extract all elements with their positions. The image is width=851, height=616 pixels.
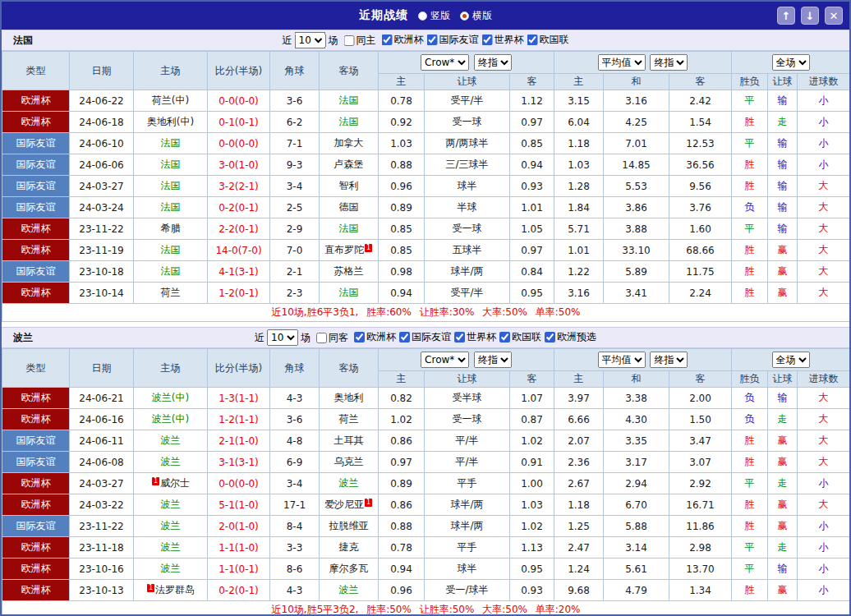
- result-outcome: 胜: [732, 283, 768, 304]
- competition-type: 欧洲杯: [2, 537, 70, 559]
- filter-checkbox[interactable]: [499, 332, 510, 342]
- move-down-button[interactable]: ↓: [801, 7, 819, 25]
- match-date: 23-11-19: [70, 240, 134, 261]
- team-label: 波兰(中): [152, 392, 189, 403]
- result-goals: 大: [798, 388, 850, 409]
- odds-home: 0.85: [379, 240, 425, 261]
- filter-checkbox[interactable]: [382, 34, 393, 45]
- result-goals: 大: [798, 176, 850, 197]
- radio-icon[interactable]: [418, 11, 427, 21]
- corners: 6-2: [270, 112, 320, 133]
- close-button[interactable]: ✕: [825, 7, 843, 25]
- result-handicap: 走: [768, 537, 798, 559]
- same-venue-input[interactable]: [316, 333, 327, 343]
- scope-select[interactable]: 全场: [772, 352, 810, 368]
- avg-draw: 5.61: [604, 559, 669, 580]
- same-venue-input[interactable]: [344, 35, 355, 46]
- filter-欧国联[interactable]: 欧国联: [527, 33, 569, 47]
- odds-handicap: 球半/两: [425, 516, 510, 537]
- col-header-score: 比分(半场): [208, 52, 270, 90]
- away-team: 波兰: [320, 580, 379, 601]
- avg-away: 3.07: [669, 452, 732, 473]
- filter-checkbox[interactable]: [399, 332, 410, 342]
- filter-欧洲杯[interactable]: 欧洲杯: [382, 33, 424, 47]
- match-row: 欧洲杯23-10-14荷兰1-2(0-1)2-3法国0.94受平/半0.953.…: [2, 283, 850, 304]
- filter-世界杯[interactable]: 世界杯: [482, 33, 524, 47]
- result-outcome: 胜: [732, 261, 768, 283]
- avg-draw: 6.70: [604, 494, 669, 516]
- avg-away: 2.00: [669, 388, 732, 409]
- competition-type: 欧洲杯: [2, 218, 70, 240]
- away-team: 德国: [320, 197, 379, 218]
- radio-icon[interactable]: [460, 11, 469, 21]
- col-header-date: 日期: [70, 349, 134, 388]
- bookmaker-select[interactable]: Crow*: [421, 54, 469, 71]
- match-row: 国际友谊23-10-18法国4-1(3-1)2-1苏格兰0.98球半/两0.84…: [2, 261, 850, 283]
- filter-国际友谊[interactable]: 国际友谊: [427, 33, 479, 47]
- match-date: 23-10-18: [70, 261, 134, 283]
- final-odds-select-2[interactable]: 终指: [650, 54, 688, 71]
- filter-checkbox[interactable]: [482, 34, 493, 45]
- competition-filters: 欧洲杯国际友谊世界杯欧国联欧洲预选: [351, 330, 596, 345]
- team-label: 法国: [339, 94, 359, 106]
- average-select[interactable]: 平均值: [598, 352, 646, 368]
- average-select[interactable]: 平均值: [598, 54, 646, 71]
- team-label: 奥地利: [334, 392, 364, 403]
- filter-国际友谊[interactable]: 国际友谊: [399, 330, 451, 344]
- competition-type: 欧洲杯: [2, 112, 70, 133]
- filter-checkbox[interactable]: [454, 332, 465, 342]
- handicap-odds-group: Crow* 终指: [379, 349, 554, 371]
- filter-checkbox[interactable]: [527, 34, 538, 45]
- result-goals: 小: [798, 537, 850, 559]
- filter-label: 国际友谊: [439, 33, 479, 47]
- team-label: 波兰: [161, 499, 181, 510]
- odds-handicap: 受平/半: [425, 283, 510, 304]
- same-venue-label: 同客: [329, 331, 348, 345]
- result-handicap: 输: [768, 388, 798, 409]
- avg-home: 1.28: [554, 176, 604, 197]
- layout-radio-horizontal[interactable]: 横版: [460, 9, 492, 23]
- col-header-ah-away: 客: [510, 74, 554, 90]
- filter-checkbox[interactable]: [427, 34, 438, 45]
- corners: 7-0: [270, 240, 320, 261]
- col-header-1x2-home: 主: [554, 371, 604, 388]
- same-venue-checkbox[interactable]: 同主: [344, 34, 376, 48]
- final-odds-select[interactable]: 终指: [474, 352, 512, 368]
- final-odds-select[interactable]: 终指: [474, 54, 512, 71]
- col-header-corners: 角球: [270, 52, 320, 90]
- avg-home: 1.03: [554, 154, 604, 176]
- move-up-button[interactable]: ↑: [777, 7, 795, 25]
- odds-away: 0.95: [510, 283, 554, 304]
- match-count-select[interactable]: 10: [267, 329, 298, 346]
- red-card-badge: 1: [365, 244, 372, 252]
- scope-select[interactable]: 全场: [772, 54, 810, 71]
- filter-checkbox[interactable]: [354, 332, 365, 342]
- avg-draw: 3.35: [604, 430, 669, 452]
- filter-欧国联[interactable]: 欧国联: [499, 330, 541, 344]
- col-header-goals-result: 进球数: [798, 371, 850, 388]
- avg-home: 1.22: [554, 261, 604, 283]
- avg-draw: 5.53: [604, 176, 669, 197]
- score: 0-2(0-1): [208, 580, 270, 601]
- match-row: 欧洲杯23-11-22希腊2-2(0-1)2-9法国0.85受一球1.055.7…: [2, 218, 850, 240]
- layout-radio-vertical[interactable]: 竖版: [418, 9, 450, 23]
- filter-世界杯[interactable]: 世界杯: [454, 330, 496, 344]
- score: 0-0(0-0): [208, 133, 270, 154]
- final-odds-select-2[interactable]: 终指: [650, 352, 688, 368]
- avg-away: 12.53: [669, 133, 732, 154]
- col-header-corners: 角球: [270, 349, 320, 388]
- away-team: 土耳其: [320, 430, 379, 452]
- same-venue-checkbox[interactable]: 同客: [316, 331, 348, 345]
- match-count-select[interactable]: 10: [295, 32, 326, 48]
- bookmaker-select[interactable]: Crow*: [421, 352, 469, 368]
- odds-away: 1.02: [510, 430, 554, 452]
- team-label: 法国: [161, 201, 181, 213]
- filter-欧洲预选[interactable]: 欧洲预选: [545, 330, 596, 344]
- section-header-france: 法国 近 10 场 同主 欧洲杯国际友谊世界杯欧国联: [2, 30, 849, 51]
- filter-checkbox[interactable]: [545, 332, 555, 342]
- filter-欧洲杯[interactable]: 欧洲杯: [354, 330, 396, 344]
- col-header-wdl: 胜负: [732, 371, 768, 388]
- team-label: 德国: [339, 201, 359, 213]
- avg-away: 2.42: [669, 90, 732, 112]
- away-team: 捷克: [320, 537, 379, 559]
